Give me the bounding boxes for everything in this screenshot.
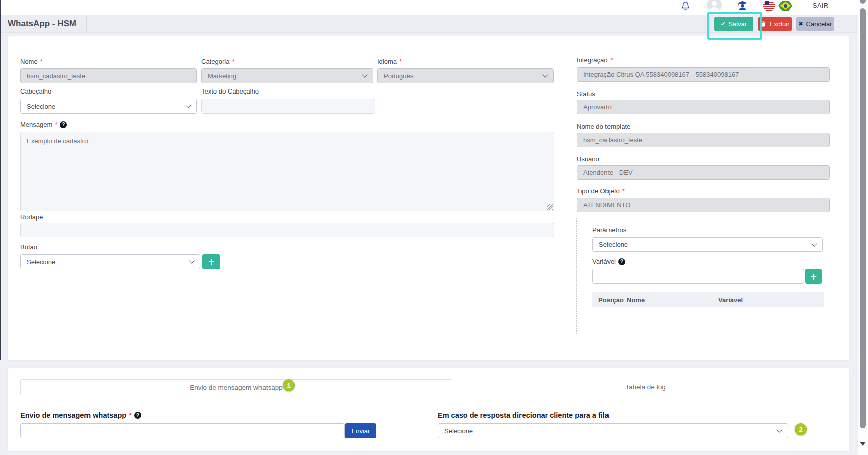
add-variavel-button[interactable]: + (805, 269, 822, 284)
whatsapp-hsm-page: SAIR WhatsApp - HSM ✔ Salvar Excluir ✖ C… (0, 0, 868, 455)
user-avatar[interactable] (707, 0, 722, 13)
tab-tabela-log[interactable]: Tabela de log (452, 379, 839, 395)
cabecalho-select[interactable]: Selecione (20, 99, 197, 114)
trash-icon (760, 21, 766, 27)
mensagem-label: Mensagem * ? (20, 121, 67, 128)
fila-select[interactable]: Selecione (438, 423, 788, 438)
resize-handle-icon[interactable] (547, 204, 553, 210)
delete-button[interactable]: Excluir (758, 17, 792, 31)
nome-template-field: hsm_cadastro_teste (577, 133, 830, 147)
integracao-field: Integração Citrus QA 558340098167 - 5583… (577, 67, 830, 82)
step-1-badge-annotation: 1 (283, 379, 295, 391)
scrollbar-thumb[interactable] (860, 8, 866, 428)
plus-icon: + (810, 271, 817, 282)
rodape-field (20, 223, 554, 237)
envio-whatsapp-input[interactable] (20, 423, 345, 438)
top-bar: SAIR (0, 0, 868, 15)
categoria-select[interactable]: Marketing (201, 68, 373, 83)
chevron-down-icon (776, 427, 782, 432)
parametros-label: Parâmetros (592, 226, 626, 234)
envio-whatsapp-label: Envio de mensagem whatsapp * ? (20, 411, 141, 419)
nome-label: Nome * (20, 58, 43, 65)
required-mark: * (129, 411, 132, 419)
tipo-objeto-label: Tipo de Objeto * (577, 187, 625, 195)
required-mark: * (622, 187, 625, 195)
texto-cabecalho-label: Texto do Cabeçalho (201, 87, 259, 95)
required-mark: * (610, 56, 613, 64)
tab-bar: Envio de mensagem whatsapp 1 Tabela de l… (20, 379, 839, 395)
variaveis-table-header: Posição Nome Variável (592, 292, 824, 307)
status-label: Status (577, 90, 595, 98)
mensagem-textarea: Exemplo de cadastro (20, 132, 554, 211)
fila-label: Em caso de resposta direcionar cliente p… (438, 411, 609, 419)
required-mark: * (55, 121, 57, 128)
help-icon[interactable]: ? (618, 258, 625, 265)
chevron-down-icon (189, 258, 194, 263)
col-nome: Nome (627, 296, 645, 304)
notifications-bell-icon[interactable] (681, 1, 690, 11)
texto-cabecalho-field[interactable] (201, 99, 375, 114)
close-icon: ✖ (798, 21, 803, 27)
categoria-label: Categoria * (201, 58, 234, 65)
chevron-down-icon (542, 72, 548, 77)
page-title: WhatsApp - HSM (8, 19, 76, 29)
variavel-label: Variável ? (592, 258, 625, 265)
botao-select[interactable]: Selecione (20, 254, 200, 269)
parametros-select[interactable]: Selecione (592, 237, 823, 252)
botao-label: Botão (20, 243, 37, 251)
cancel-button[interactable]: ✖ Cancelar (796, 17, 834, 31)
parametros-panel: Parâmetros Selecione Variável ? + Posiçã… (576, 218, 830, 334)
cancel-button-label: Cancelar (806, 20, 832, 28)
cabecalho-label: Cabeçalho (20, 87, 51, 95)
plus-icon: + (208, 257, 215, 267)
nome-field: hsm_cadastro_teste (20, 68, 197, 83)
idioma-label: Idioma * (377, 58, 402, 65)
message-send-card: Envio de mensagem whatsapp 1 Tabela de l… (8, 368, 849, 451)
idioma-select[interactable]: Português (377, 68, 554, 83)
save-button-label: Salvar (728, 20, 747, 28)
usuario-label: Usuário (577, 155, 599, 163)
column-divider (564, 46, 564, 343)
nome-template-label: Nome do template (577, 123, 630, 130)
page-header: WhatsApp - HSM ✔ Salvar Excluir ✖ Cancel… (0, 15, 868, 33)
title-divider (86, 16, 87, 31)
add-botao-button[interactable]: + (202, 254, 220, 269)
required-mark: * (40, 58, 43, 65)
brazil-flag-circle (784, 4, 787, 8)
tipo-objeto-field: ATENDIMENTO (577, 198, 830, 212)
step-2-badge-annotation: 2 (795, 423, 807, 435)
variavel-input[interactable] (592, 269, 804, 284)
hsm-form-card: Nome * hsm_cadastro_teste Categoria * Ma… (8, 36, 849, 360)
save-button[interactable]: ✔ Salvar (714, 17, 753, 31)
enviar-button[interactable]: Enviar (345, 423, 376, 438)
training-student-icon[interactable] (737, 0, 748, 11)
delete-button-label: Excluir (769, 20, 789, 28)
language-brazil-flag-icon[interactable] (778, 0, 792, 11)
chevron-down-icon (811, 241, 817, 246)
status-field: Aprovado (577, 100, 830, 114)
usuario-field: Atendente - DEV (577, 165, 830, 180)
col-variavel: Variável (718, 296, 743, 304)
help-icon[interactable]: ? (60, 121, 67, 128)
left-edge-line (0, 0, 1, 360)
tab-envio-mensagem[interactable]: Envio de mensagem whatsapp (20, 379, 452, 395)
us-flag-canton (765, 1, 769, 5)
logout-button[interactable]: SAIR (813, 2, 829, 9)
scrollbar-down-arrow-icon[interactable] (860, 442, 866, 446)
chevron-down-icon (362, 72, 367, 77)
integracao-label: Integração * (577, 56, 613, 64)
chevron-down-icon (185, 102, 191, 108)
required-mark: * (399, 58, 402, 65)
check-icon: ✔ (721, 21, 725, 27)
language-us-flag-icon[interactable] (762, 0, 776, 11)
help-icon[interactable]: ? (134, 412, 141, 419)
col-posicao: Posição (598, 296, 624, 304)
rodape-label: Rodapé (20, 213, 43, 221)
required-mark: * (232, 58, 234, 65)
